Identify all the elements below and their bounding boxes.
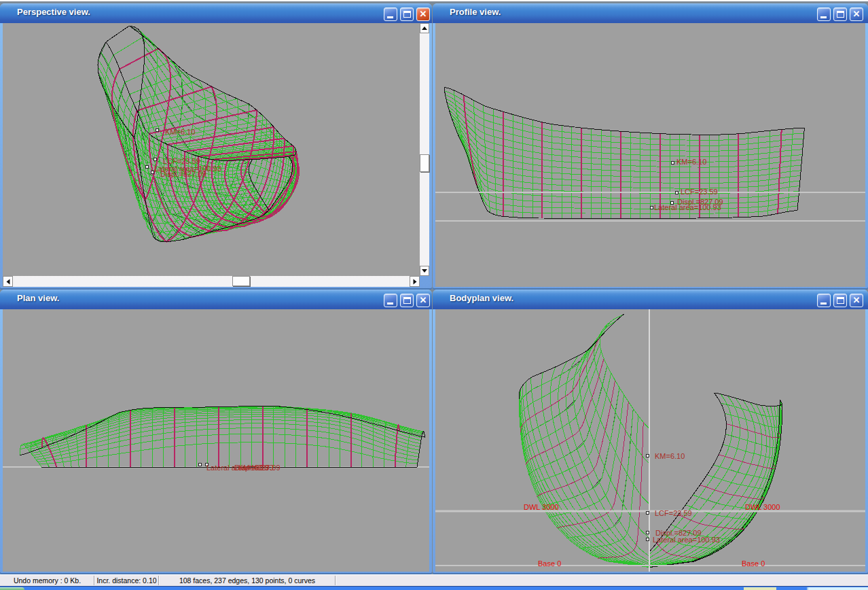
titlebar-plan[interactable]: Plan view. ✕ [0, 290, 432, 309]
control-point-marker[interactable] [646, 511, 649, 515]
control-point-marker[interactable] [675, 191, 679, 194]
maximize-button[interactable] [400, 7, 414, 21]
control-point-marker[interactable] [156, 128, 159, 132]
window-profile-view: Profile view. ✕ KM=6.10 LCF=23.59 Displ.… [433, 3, 868, 290]
minimize-icon [820, 16, 827, 18]
dwl-label-left: DWL 3000 [524, 504, 559, 511]
arrow-left-icon [6, 279, 10, 284]
vertical-scroll-thumb[interactable] [420, 154, 429, 172]
base-label-left: Base 0 [538, 560, 561, 568]
maximize-button[interactable] [400, 294, 414, 307]
lcf-label: LCF=23.59 [655, 510, 692, 517]
displacement-label: Displ.=827.09 [160, 171, 206, 178]
status-bar: Undo memory : 0 Kb. Incr. distance: 0.10… [0, 574, 868, 586]
close-button[interactable]: ✕ [416, 7, 430, 21]
base-label-right: Base 0 [742, 560, 765, 568]
titlebar-profile[interactable]: Profile view. ✕ [433, 3, 868, 23]
perspective-canvas[interactable]: KM=6.10 LCF=23.59 Lateral area=100.93 Di… [3, 23, 420, 276]
dwl-label-right: DWL 3000 [745, 504, 780, 511]
close-icon: ✕ [417, 8, 429, 20]
control-point-marker[interactable] [646, 538, 649, 541]
taskbar [0, 586, 868, 590]
status-incr-distance: Incr. distance: 0.10 [96, 575, 158, 586]
profile-hull-mesh [435, 23, 865, 287]
titlebar-bodyplan[interactable]: Bodyplan view. ✕ [433, 290, 868, 309]
close-icon: ✕ [850, 294, 863, 307]
maximize-icon [837, 11, 844, 18]
close-icon: ✕ [417, 294, 429, 307]
lateral-area-label: Lateral area=100.93 [654, 204, 721, 211]
control-point-marker[interactable] [145, 165, 149, 169]
system-tray [807, 587, 868, 590]
arrow-up-icon [422, 27, 427, 30]
maximize-button[interactable] [833, 7, 847, 21]
plan-canvas[interactable]: Lateral area=100.93 Displ.=827.09 KM=6.1… [3, 309, 429, 572]
app-toolbar-edge [0, 0, 868, 1]
maximize-icon [403, 11, 411, 18]
scroll-down-button[interactable] [420, 266, 429, 276]
status-model-stats: 108 faces, 237 edges, 130 points, 0 curv… [160, 575, 334, 586]
control-point-marker[interactable] [153, 158, 157, 161]
window-plan-view: Plan view. ✕ Lateral area=100.93 Displ.=… [0, 290, 432, 574]
profile-canvas[interactable]: KM=6.10 LCF=23.59 Displ.=827.09 Lateral … [435, 23, 865, 287]
minimize-button[interactable] [384, 7, 397, 21]
control-point-marker[interactable] [671, 161, 674, 164]
minimize-button[interactable] [817, 294, 831, 307]
window-title-bodyplan: Bodyplan view. [450, 293, 513, 303]
maximize-button[interactable] [833, 294, 847, 307]
scroll-left-button[interactable] [3, 276, 13, 287]
km-label: KM=6.10 [165, 128, 195, 136]
status-undo-memory: Undo memory : 0 Kb. [1, 575, 93, 586]
window-title-perspective: Perspective view. [17, 7, 90, 17]
horizontal-scrollbar[interactable] [3, 276, 420, 287]
start-button[interactable] [0, 587, 24, 590]
arrow-down-icon [422, 269, 427, 273]
minimize-icon [387, 302, 393, 305]
window-perspective-view: Perspective view. ✕ KM=6.10 LCF=23.59 La… [0, 3, 432, 290]
minimize-button[interactable] [817, 7, 831, 21]
vertical-scrollbar[interactable] [420, 23, 429, 276]
bodyplan-canvas[interactable]: KM=6.10 LCF=23.59 Displ.=827.09 Lateral … [435, 309, 865, 572]
maximize-icon [837, 297, 844, 304]
horizontal-scroll-thumb[interactable] [232, 276, 250, 286]
control-point-marker[interactable] [650, 206, 653, 209]
perspective-hull-mesh [3, 23, 420, 276]
close-button[interactable]: ✕ [850, 294, 863, 307]
minimize-button[interactable] [384, 294, 397, 307]
scroll-right-button[interactable] [410, 276, 420, 287]
control-point-marker[interactable] [646, 531, 649, 534]
close-icon: ✕ [850, 8, 863, 20]
km-label: KM=6.10 [238, 464, 268, 472]
window-bodyplan-view: Bodyplan view. ✕ KM=6.10 LCF=23.59 Displ… [433, 290, 868, 574]
titlebar-perspective[interactable]: Perspective view. ✕ [0, 3, 432, 23]
km-label: KM=6.10 [676, 158, 706, 166]
control-point-marker[interactable] [198, 463, 202, 466]
scroll-up-button[interactable] [420, 23, 429, 33]
lcf-label: LCF=23.59 [681, 188, 718, 196]
arrow-right-icon [413, 279, 416, 284]
close-button[interactable]: ✕ [850, 7, 863, 21]
window-title-profile: Profile view. [450, 7, 501, 17]
bodyplan-hull-mesh [435, 309, 865, 572]
window-title-plan: Plan view. [17, 293, 59, 303]
maximize-icon [403, 297, 411, 304]
taskbar-item[interactable] [744, 587, 776, 590]
minimize-icon [820, 302, 827, 305]
plan-hull-mesh [3, 309, 429, 572]
close-button[interactable]: ✕ [416, 294, 430, 307]
lateral-area-label: Lateral area=100.93 [653, 536, 720, 544]
control-point-marker[interactable] [646, 454, 649, 457]
km-label: KM=6.10 [655, 453, 685, 460]
minimize-icon [387, 16, 393, 18]
